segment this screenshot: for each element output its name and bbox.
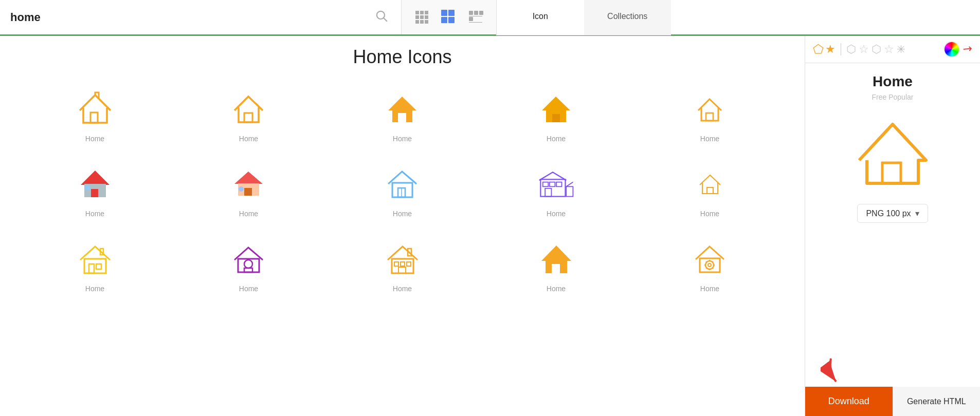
svg-rect-3 <box>420 11 424 14</box>
list-item[interactable]: Home <box>328 83 477 148</box>
view-controls <box>401 0 496 34</box>
star-option-4[interactable]: ☆ <box>884 43 894 56</box>
svg-rect-4 <box>425 11 428 14</box>
download-arrow-wrapper <box>805 356 980 387</box>
svg-rect-21 <box>90 112 98 123</box>
svg-point-35 <box>239 186 244 192</box>
star-option-2[interactable]: ☆ <box>859 43 869 56</box>
icon-preview-9 <box>536 163 577 204</box>
icon-label-5: Home <box>700 135 719 143</box>
list-item[interactable]: Home <box>21 83 169 148</box>
star-option-5[interactable]: ✳ <box>897 43 905 55</box>
icon-label-11: Home <box>85 285 104 293</box>
list-item[interactable]: Home <box>482 83 630 148</box>
svg-rect-17 <box>479 11 483 15</box>
search-input[interactable] <box>10 11 372 24</box>
icon-detail-title: Home <box>873 73 913 90</box>
tab-collections[interactable]: Collections <box>584 0 672 35</box>
icon-preview-10 <box>689 163 731 204</box>
svg-rect-22 <box>244 113 252 122</box>
icon-preview-15 <box>689 238 731 279</box>
search-area <box>0 0 401 34</box>
list-item[interactable]: Home <box>482 158 630 223</box>
icon-grid: Home Home <box>21 83 784 298</box>
list-item[interactable]: Home <box>636 158 784 223</box>
list-item[interactable]: Home <box>328 233 477 298</box>
search-button[interactable] <box>372 7 391 28</box>
icon-preview-12 <box>228 238 269 279</box>
svg-rect-46 <box>707 187 713 194</box>
icon-large-preview <box>851 111 934 194</box>
icon-preview-1 <box>75 88 116 129</box>
color-arrow-indicator: ↙ <box>960 41 976 57</box>
view-small-grid-button[interactable] <box>412 7 432 28</box>
top-bar: Icon Collections <box>0 0 980 36</box>
svg-rect-36 <box>392 183 412 197</box>
list-item[interactable]: Home <box>636 83 784 148</box>
icon-grid-area: Home Icons Home <box>0 36 805 416</box>
list-item[interactable]: Home <box>482 233 630 298</box>
format-label: PNG 100 px <box>866 209 911 218</box>
svg-rect-51 <box>238 259 259 272</box>
download-button[interactable]: Download <box>805 387 893 416</box>
list-item[interactable]: Home <box>636 233 784 298</box>
svg-rect-5 <box>415 15 419 19</box>
svg-rect-49 <box>96 264 101 269</box>
list-item[interactable]: Home <box>21 158 169 223</box>
icon-preview-4 <box>536 88 577 129</box>
svg-rect-7 <box>425 15 428 19</box>
svg-rect-11 <box>441 10 447 16</box>
tab-icon[interactable]: Icon <box>497 0 584 35</box>
view-medium-grid-button[interactable] <box>438 6 460 29</box>
list-item[interactable]: Home <box>174 233 323 298</box>
panel-tabs: Icon Collections <box>496 0 671 35</box>
large-grid-icon <box>468 10 483 25</box>
right-panel: ⬠ ★ ⬡ ☆ ⬡ ☆ ✳ ↙ Home Free Popular <box>805 36 980 416</box>
svg-rect-41 <box>549 182 555 186</box>
svg-line-72 <box>706 268 706 268</box>
svg-rect-56 <box>401 262 405 266</box>
icon-preview-11 <box>75 238 116 279</box>
svg-rect-2 <box>415 11 419 14</box>
small-grid-icon <box>414 10 430 25</box>
icon-label-1: Home <box>85 135 104 143</box>
star-icons: ⬠ ★ <box>813 42 836 56</box>
color-wheel-button[interactable] <box>943 41 960 58</box>
icon-preview-2 <box>228 88 269 129</box>
search-icon <box>375 9 388 23</box>
svg-rect-58 <box>398 267 406 273</box>
svg-rect-42 <box>556 182 562 186</box>
list-item[interactable]: Home <box>174 83 323 148</box>
generate-html-button[interactable]: Generate HTML <box>893 387 981 416</box>
icon-preview-6 <box>75 163 116 204</box>
svg-rect-8 <box>415 20 419 24</box>
svg-rect-30 <box>91 189 98 197</box>
format-selector[interactable]: PNG 100 px ▾ <box>857 204 928 223</box>
star-option-3[interactable]: ⬡ <box>872 43 881 56</box>
download-buttons: Download Generate HTML <box>805 387 980 416</box>
icon-label-10: Home <box>700 210 719 218</box>
svg-line-71 <box>713 261 713 262</box>
icon-label-6: Home <box>85 210 104 218</box>
download-area: Download Generate HTML <box>805 356 980 416</box>
favorite-star-1[interactable]: ⬠ <box>813 42 824 56</box>
color-controls: ↙ <box>943 41 972 58</box>
svg-rect-12 <box>448 10 455 16</box>
list-item[interactable]: Home <box>21 233 169 298</box>
svg-rect-20 <box>469 22 482 23</box>
svg-rect-18 <box>469 16 482 16</box>
svg-line-69 <box>706 261 706 262</box>
icon-preview-3 <box>382 88 423 129</box>
svg-rect-6 <box>420 15 424 19</box>
icon-preview-7 <box>228 163 269 204</box>
list-item[interactable]: Home <box>174 158 323 223</box>
svg-rect-48 <box>89 264 94 273</box>
icon-label-9: Home <box>547 210 566 218</box>
svg-rect-24 <box>398 113 406 122</box>
favorite-star-2[interactable]: ★ <box>825 43 836 56</box>
list-item[interactable]: Home <box>328 158 477 223</box>
svg-rect-34 <box>244 188 252 196</box>
svg-rect-10 <box>425 20 428 24</box>
view-large-grid-button[interactable] <box>465 7 486 28</box>
star-option-1[interactable]: ⬡ <box>846 43 856 56</box>
